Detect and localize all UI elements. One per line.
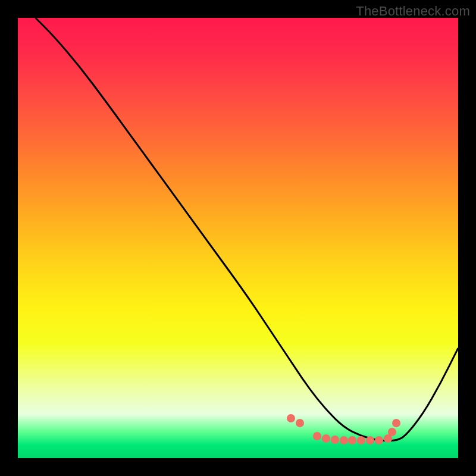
marker-dot bbox=[313, 432, 321, 440]
plot-area bbox=[18, 18, 458, 458]
marker-dot bbox=[366, 436, 374, 444]
chart-frame: TheBottleneck.com bbox=[0, 0, 476, 476]
marker-dot bbox=[331, 436, 339, 444]
marker-dot bbox=[287, 414, 295, 422]
marker-dot bbox=[296, 419, 304, 427]
marker-dot bbox=[388, 428, 396, 436]
marker-dot bbox=[357, 436, 365, 444]
marker-dot bbox=[340, 436, 348, 444]
curve-path bbox=[36, 18, 458, 440]
marker-dot bbox=[375, 436, 383, 444]
marker-dot bbox=[348, 436, 356, 444]
curve-layer bbox=[18, 18, 458, 458]
marker-dot bbox=[392, 419, 400, 427]
watermark-text: TheBottleneck.com bbox=[356, 4, 470, 19]
marker-dot bbox=[322, 434, 330, 443]
